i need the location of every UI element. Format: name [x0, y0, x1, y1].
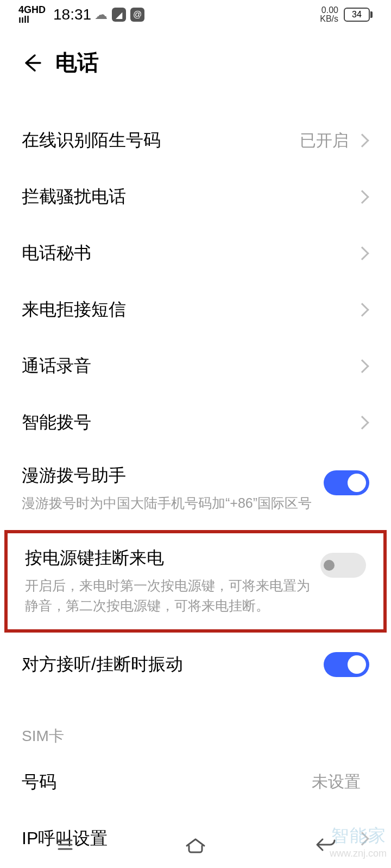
vibrate-toggle[interactable]: [324, 652, 369, 677]
item-value: 已开启: [300, 130, 349, 152]
item-label: 通话录音: [22, 354, 357, 378]
item-power-hangup[interactable]: 按电源键挂断来电 开启后，来电时第一次按电源键，可将来电置为静音，第二次按电源键…: [8, 533, 383, 629]
settings-list: 在线识别陌生号码 已开启 拦截骚扰电话 电话秘书 来电拒接短信 通话录音 智能拨…: [0, 112, 391, 867]
status-right: 0.00 KB/s 34: [320, 6, 373, 23]
nav-home-button[interactable]: [163, 832, 228, 858]
section-sim-label: SIM卡: [0, 693, 391, 754]
chevron-right-icon: [355, 246, 369, 260]
nav-menu-button[interactable]: [33, 832, 98, 858]
item-label: 号码: [22, 770, 312, 794]
item-value: 未设置: [312, 771, 361, 793]
status-bar: 4GHDııll 18:31 ☁ ◢ @ 0.00 KB/s 34: [0, 0, 391, 28]
watermark-main: 智能家: [330, 824, 387, 848]
chevron-right-icon: [355, 303, 369, 316]
signal-indicator: 4GHDııll: [18, 5, 46, 24]
item-call-record[interactable]: 通话录音: [0, 338, 391, 394]
cloud-icon: ☁: [94, 7, 108, 22]
item-label: 对方接听/挂断时振动: [22, 653, 324, 676]
item-number[interactable]: 号码 未设置: [0, 754, 391, 810]
page-header: 电话: [0, 28, 391, 91]
item-label: 在线识别陌生号码: [22, 129, 300, 152]
chevron-right-icon: [355, 133, 369, 147]
item-label: 漫游拨号助手: [22, 464, 324, 488]
power-hangup-toggle[interactable]: [320, 553, 366, 578]
highlight-box: 按电源键挂断来电 开启后，来电时第一次按电源键，可将来电置为静音，第二次按电源键…: [4, 530, 387, 633]
item-description: 开启后，来电时第一次按电源键，可将来电置为静音，第二次按电源键，可将来电挂断。: [25, 576, 320, 616]
item-roaming-helper[interactable]: 漫游拨号助手 漫游拨号时为中国大陆手机号码加“+86”国际区号: [0, 451, 391, 527]
item-label: 电话秘书: [22, 241, 357, 265]
roaming-toggle[interactable]: [324, 470, 369, 495]
item-label: 来电拒接短信: [22, 298, 357, 322]
watermark-sub: www.znj.com: [330, 848, 387, 859]
item-description: 漫游拨号时为中国大陆手机号码加“+86”国际区号: [22, 493, 324, 514]
app-icon-1: ◢: [112, 8, 126, 22]
item-online-identify[interactable]: 在线识别陌生号码 已开启: [0, 112, 391, 169]
item-label: 按电源键挂断来电: [25, 546, 320, 570]
item-block-spam[interactable]: 拦截骚扰电话: [0, 169, 391, 225]
status-left: 4GHDııll 18:31 ☁ ◢ @: [18, 5, 144, 24]
item-secretary[interactable]: 电话秘书: [0, 225, 391, 282]
item-label: 智能拨号: [22, 411, 357, 435]
status-icons: ☁ ◢ @: [94, 7, 144, 22]
app-icon-2: @: [130, 8, 144, 22]
watermark: 智能家 www.znj.com: [330, 824, 387, 859]
item-reject-sms[interactable]: 来电拒接短信: [0, 282, 391, 338]
item-smart-dial[interactable]: 智能拨号: [0, 394, 391, 451]
chevron-right-icon: [355, 416, 369, 429]
item-label: 拦截骚扰电话: [22, 185, 357, 209]
back-button[interactable]: [18, 50, 45, 76]
chevron-right-icon: [355, 359, 369, 373]
battery-indicator: 34: [344, 8, 373, 22]
page-title: 电话: [55, 48, 99, 78]
status-time: 18:31: [53, 6, 91, 23]
chevron-right-icon: [355, 190, 369, 203]
item-vibrate[interactable]: 对方接听/挂断时振动: [0, 636, 391, 693]
network-speed: 0.00 KB/s: [320, 6, 338, 23]
